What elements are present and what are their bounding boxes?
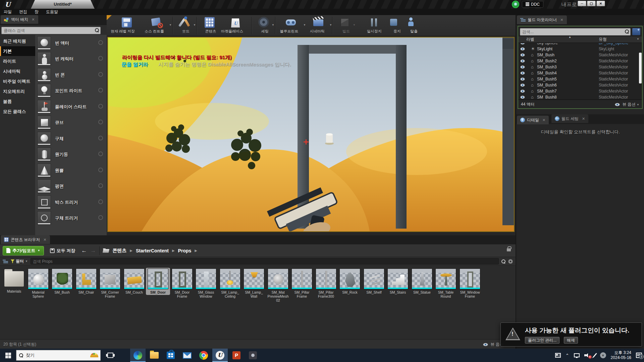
build-button[interactable]: 빌드 ▼ [335, 16, 355, 33]
visibility-eye-icon[interactable] [520, 43, 525, 45]
settings-button[interactable]: 세팅 ▼ [254, 16, 274, 33]
chevron-down-icon[interactable]: ▼ [272, 23, 274, 26]
taskbar-app-explorer[interactable] [147, 349, 162, 362]
asset-tile[interactable]: SM_Chair [75, 268, 98, 294]
outliner-row[interactable]: ⌂ SM_Bush2StaticMeshActor [518, 58, 642, 64]
taskbar-app-powerpoint[interactable]: P [229, 349, 244, 362]
taskbar-app-misc[interactable] [245, 349, 261, 362]
asset-tile[interactable]: SM_Lamp_ Wall [243, 268, 265, 298]
scrollbar-thumb[interactable] [639, 53, 642, 83]
taskbar-search[interactable]: 찾기 [16, 350, 101, 361]
place-item-sphere[interactable]: 구체 [37, 132, 104, 146]
close-icon[interactable]: ✕ [560, 18, 563, 22]
minimize-button[interactable]: ─ [578, 1, 586, 6]
menu-file[interactable]: 파일 [0, 9, 15, 15]
visibility-eye-icon[interactable] [520, 71, 525, 75]
news-feed-icon[interactable] [555, 353, 561, 358]
asset-folder-materials[interactable]: Materials [3, 268, 25, 293]
save-level-button[interactable]: 현재 레벨 저장 [111, 16, 143, 33]
asset-tile[interactable]: SM_Table Round [434, 268, 457, 298]
place-item-plane[interactable]: 평면 [37, 179, 104, 194]
asset-tile[interactable]: Material Sphere [27, 268, 50, 298]
manage-plugins-button[interactable]: 플러그인 관리... [525, 337, 559, 344]
class-search-input[interactable] [1, 27, 101, 34]
menu-edit[interactable]: 편집 [15, 9, 31, 15]
asset-tile[interactable]: SM_Pillar Frame300 [315, 268, 337, 298]
visibility-eye-icon[interactable] [520, 59, 525, 63]
close-icon[interactable]: ✕ [32, 17, 35, 22]
category-lights[interactable]: 라이트 [0, 56, 35, 66]
chevron-right-icon[interactable]: ▶ [195, 249, 197, 252]
outliner-row[interactable]: ☀ SkyLightSkyLight [518, 46, 642, 52]
taskbar-app-store[interactable] [163, 349, 178, 362]
breadcrumb-startercontent[interactable]: StarterContent [136, 248, 169, 253]
volume-muted-icon[interactable]: × [584, 353, 590, 358]
place-item-cube[interactable]: 큐브 [37, 116, 104, 130]
column-label[interactable]: 라벨 [526, 37, 534, 42]
asset-tile[interactable]: SM_Mat PreviewMesh 02 [267, 268, 289, 302]
asset-tile[interactable]: SM_Glass Window [195, 268, 217, 298]
menu-help[interactable]: 도움말 [42, 9, 62, 15]
pen-icon[interactable] [593, 353, 597, 358]
display-network-icon[interactable] [574, 353, 580, 357]
tab-details[interactable]: i 디테일 ✕ [517, 116, 549, 124]
view-options-button[interactable]: 뷰 옵션 ▼ [615, 100, 639, 109]
outliner-header[interactable]: 라벨 ▲ 유형 ▼ [518, 37, 642, 43]
disconnected-icon[interactable]: × [600, 352, 606, 358]
cinematics-button[interactable]: 시네마틱 ▼ [306, 16, 331, 33]
action-center-icon[interactable]: 3 [636, 353, 642, 358]
outliner-row[interactable]: ⌂ SM_Bush7StaticMeshActor [518, 88, 642, 94]
place-item-empty-character[interactable]: 빈 캐릭터 [37, 52, 104, 67]
filters-button[interactable]: 필터 ▼ [11, 258, 28, 264]
column-type[interactable]: 유형 [599, 37, 607, 42]
taskbar-app-chrome[interactable] [196, 349, 211, 362]
chevron-down-icon[interactable]: ▼ [169, 23, 172, 26]
category-volumes[interactable]: 볼륨 [0, 97, 35, 106]
tab-content-browser[interactable]: 콘텐츠 브라우저 ✕ [1, 235, 50, 244]
visibility-eye-icon[interactable] [520, 65, 525, 69]
level-viewport[interactable]: 라이팅을 다시 빌드해야 합니다 (빌드 필요: 91개) 시지를 숨기는 명령… [107, 37, 515, 232]
place-item-empty-actor[interactable]: 빈 액터 [37, 36, 104, 51]
asset-tile[interactable]: SM_Couch [123, 268, 146, 294]
tab-world-outliner[interactable]: 월드 아웃라이너 ✕ [517, 15, 567, 24]
chevron-down-icon[interactable]: ▼ [193, 23, 196, 26]
tab-world-settings[interactable]: 월드 세팅 ✕ [551, 114, 589, 123]
outliner-row[interactable]: ⌂ SM_BushStaticMeshActor [518, 52, 642, 58]
chevron-down-icon[interactable]: ▼ [329, 23, 332, 26]
asset-tile[interactable]: SM_Rock [338, 268, 361, 294]
place-item-box-trigger[interactable]: 박스 트리거 [37, 195, 104, 210]
breadcrumb-content[interactable]: 콘텐츠 [112, 248, 126, 254]
category-recent[interactable]: 최근 배치됨 [0, 36, 35, 46]
asset-search-input[interactable] [31, 258, 499, 264]
close-icon[interactable]: ✕ [582, 117, 585, 121]
asset-tile[interactable]: SM_Window Frame [459, 268, 481, 298]
outliner-search-input[interactable] [520, 28, 631, 36]
restore-button[interactable]: ▢ [587, 1, 596, 6]
breadcrumb-props[interactable]: Props [178, 248, 192, 253]
category-basic[interactable]: 기본 [0, 46, 35, 56]
search-highlight-icon[interactable] [90, 353, 98, 357]
taskbar-clock[interactable]: 오후 3:24 2024-05-16 [611, 350, 631, 360]
lock-icon[interactable] [507, 248, 511, 251]
outliner-row[interactable]: ⌂ SM_Bush3StaticMeshActor [518, 64, 642, 70]
asset-tile[interactable]: SM_Bush [51, 268, 73, 294]
blueprints-button[interactable]: 블루프린트 ▼ [278, 16, 305, 33]
dismiss-button[interactable]: 해제 [564, 337, 578, 344]
outliner-row[interactable]: ⌂ SM_Bush4StaticMeshActor [518, 70, 642, 76]
visibility-eye-icon[interactable] [520, 83, 525, 87]
category-vfx[interactable]: 비주얼 이펙트 [0, 76, 35, 86]
add-import-button[interactable]: 추가/임포트 ▼ [3, 246, 44, 255]
visibility-eye-icon[interactable] [520, 89, 525, 93]
level-tab[interactable]: Untitled* [31, 0, 95, 9]
outliner-row[interactable]: ⌂ SM_Bush8StaticMeshActor [518, 94, 642, 99]
asset-tile[interactable]: SM_Corner Frame [99, 268, 121, 298]
marketplace-button[interactable]: 마켓플레이스 [221, 16, 250, 33]
menu-window[interactable]: 창 [31, 9, 42, 15]
outliner-row-partial[interactable]: Sky Sphere BP_Sky_Sphere [518, 43, 642, 46]
taskbar-app-edge[interactable] [130, 349, 146, 362]
category-cinematic[interactable]: 시네마틱 [0, 66, 35, 76]
visibility-eye-icon[interactable] [520, 47, 525, 51]
visibility-eye-icon[interactable] [520, 53, 525, 57]
close-icon[interactable]: ✕ [43, 238, 46, 242]
tab-place-actors[interactable]: 액터 배치 ✕ [1, 15, 38, 24]
